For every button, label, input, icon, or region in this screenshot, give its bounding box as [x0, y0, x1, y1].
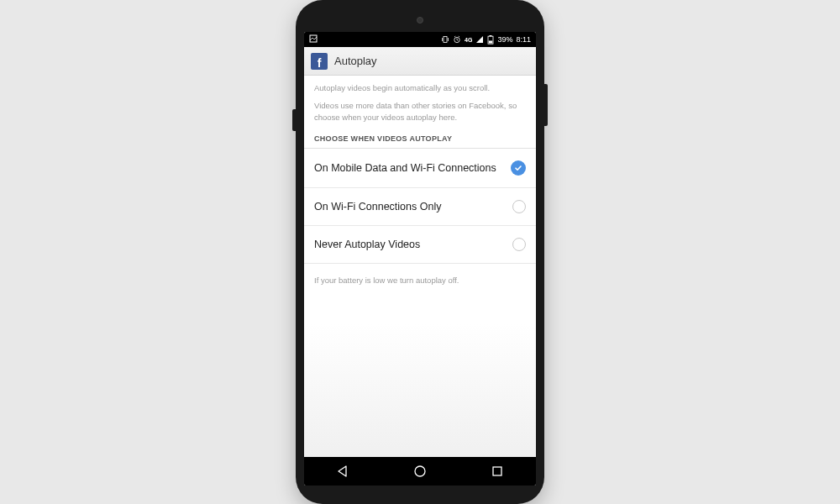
facebook-icon: f [311, 53, 328, 70]
content-area: Autoplay videos begin automatically as y… [304, 76, 536, 457]
option-label: Never Autoplay Videos [314, 238, 512, 251]
svg-rect-12 [489, 40, 492, 43]
radio-empty-icon [512, 238, 526, 251]
svg-marker-13 [339, 466, 346, 476]
vibrate-icon [441, 35, 449, 44]
battery-percent-label: 39% [497, 35, 512, 44]
page-title: Autoplay [334, 55, 377, 67]
recent-apps-button[interactable] [490, 464, 505, 479]
option-never[interactable]: Never Autoplay Videos [304, 226, 536, 264]
description-block: Autoplay videos begin automatically as y… [304, 76, 536, 131]
alarm-icon [453, 35, 461, 44]
svg-rect-1 [444, 37, 447, 43]
svg-line-7 [454, 36, 455, 37]
section-header: CHOOSE WHEN VIDEOS AUTOPLAY [304, 131, 536, 149]
status-right: 4G 39% 8:11 [318, 35, 531, 45]
option-label: On Mobile Data and Wi-Fi Connections [314, 161, 511, 175]
status-left [309, 34, 318, 45]
phone-screen: 4G 39% 8:11 f Autoplay Autoplay videos b… [304, 32, 536, 486]
signal-icon [475, 35, 484, 44]
home-button[interactable] [412, 464, 428, 479]
option-wifi-only[interactable]: On Wi-Fi Connections Only [304, 188, 536, 226]
app-header: f Autoplay [304, 47, 536, 76]
svg-line-6 [457, 40, 458, 41]
option-mobile-and-wifi[interactable]: On Mobile Data and Wi-Fi Connections [304, 149, 536, 188]
description-line-2: Videos use more data than other stories … [314, 100, 526, 123]
description-line-1: Autoplay videos begin automatically as y… [314, 82, 526, 93]
svg-marker-9 [476, 36, 483, 43]
radio-checked-icon [511, 160, 526, 176]
photo-notification-icon [309, 34, 318, 43]
front-camera-icon [417, 17, 423, 24]
phone-speaker-area [304, 8, 536, 32]
battery-icon [487, 35, 494, 45]
status-bar: 4G 39% 8:11 [304, 32, 536, 47]
footer-note: If your battery is low we turn autoplay … [304, 264, 536, 297]
phone-frame: 4G 39% 8:11 f Autoplay Autoplay videos b… [296, 0, 544, 504]
svg-line-8 [459, 36, 459, 37]
radio-empty-icon [512, 200, 526, 213]
svg-point-14 [415, 466, 425, 476]
clock-label: 8:11 [516, 35, 531, 44]
option-label: On Wi-Fi Connections Only [314, 200, 512, 213]
network-type-label: 4G [465, 37, 472, 43]
back-button[interactable] [335, 464, 350, 479]
svg-rect-15 [493, 467, 501, 475]
android-nav-bar [304, 457, 536, 486]
